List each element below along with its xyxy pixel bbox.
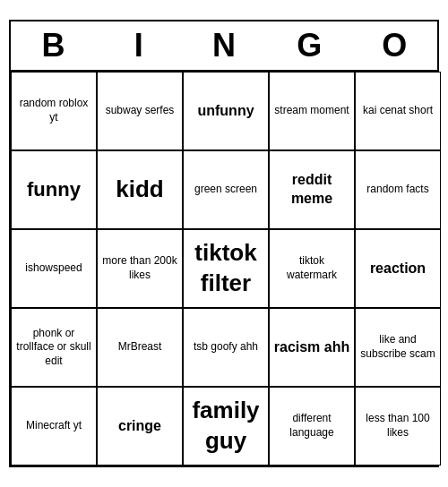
bingo-cell-23[interactable]: different language [269,387,355,466]
header-letter-n: N [185,27,263,64]
bingo-cell-13[interactable]: tiktok watermark [269,229,355,308]
bingo-cell-1[interactable]: subway serfes [97,72,183,150]
bingo-cell-5[interactable]: funny [11,150,97,229]
bingo-cell-16[interactable]: MrBreast [97,308,183,387]
bingo-cell-20[interactable]: Minecraft yt [11,387,97,466]
bingo-cell-9[interactable]: random facts [355,150,441,229]
bingo-cell-2[interactable]: unfunny [183,72,269,150]
bingo-cell-6[interactable]: kidd [97,150,183,229]
header-letter-g: G [270,27,349,64]
bingo-cell-18[interactable]: racism ahh [269,308,355,387]
bingo-cell-7[interactable]: green screen [183,150,269,229]
bingo-cell-4[interactable]: kai cenat short [355,72,441,150]
bingo-header: BINGO [11,21,437,70]
header-letter-b: B [14,27,93,64]
bingo-cell-17[interactable]: tsb goofy ahh [183,308,269,387]
bingo-cell-14[interactable]: reaction [355,229,441,308]
bingo-card: BINGO random roblox ytsubway serfesunfun… [9,20,439,467]
bingo-cell-0[interactable]: random roblox yt [11,72,97,150]
bingo-grid: random roblox ytsubway serfesunfunnystre… [11,70,437,466]
header-letter-i: I [99,27,178,64]
bingo-cell-21[interactable]: cringe [97,387,183,466]
bingo-cell-24[interactable]: less than 100 likes [355,387,441,466]
bingo-cell-12[interactable]: tiktok filter [183,229,269,308]
bingo-cell-8[interactable]: reddit meme [269,150,355,229]
bingo-cell-15[interactable]: phonk or trollface or skull edit [11,308,97,387]
bingo-cell-22[interactable]: family guy [183,387,269,466]
bingo-cell-19[interactable]: like and subscribe scam [355,308,441,387]
bingo-cell-3[interactable]: stream moment [269,72,355,150]
header-letter-o: O [355,27,434,64]
bingo-cell-11[interactable]: more than 200k likes [97,229,183,308]
bingo-cell-10[interactable]: ishowspeed [11,229,97,308]
